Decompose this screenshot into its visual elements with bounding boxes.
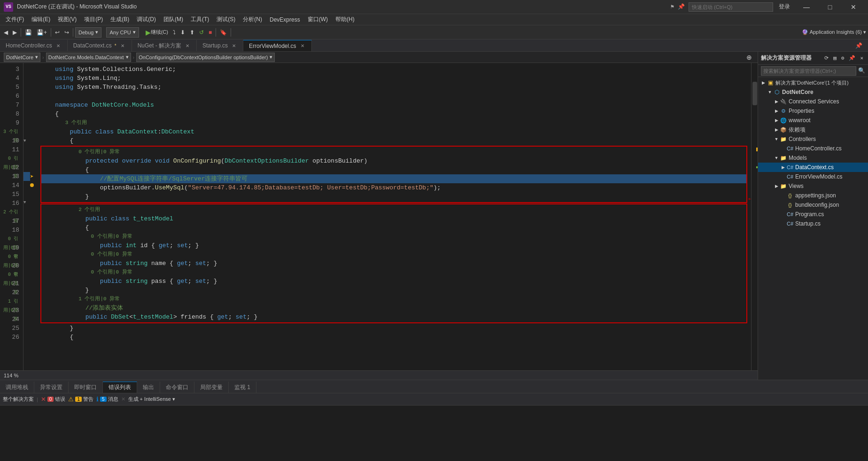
messages-filter[interactable]: ℹ 5 消息: [96, 396, 118, 403]
tab-datacontext[interactable]: DataContext.cs * ✕: [68, 40, 132, 51]
se-wwwroot[interactable]: ▶ 🌐 wwwroot: [758, 116, 868, 125]
vscroll-thumb[interactable]: [752, 82, 757, 105]
toolbar-step-in[interactable]: ⬇: [178, 27, 187, 38]
tab-homecontroller-close[interactable]: ✕: [55, 42, 62, 49]
toolbar-undo[interactable]: ↩: [53, 27, 62, 38]
toolbar-saveall[interactable]: 💾+: [35, 27, 49, 38]
menu-analyze[interactable]: 分析(N): [239, 15, 266, 24]
warnings-filter[interactable]: ⚠ 1 警告: [68, 396, 93, 403]
btab-locals[interactable]: 局部变量: [194, 382, 229, 393]
toolbar-bookmark[interactable]: 🔖: [218, 27, 229, 38]
se-models[interactable]: ▼ 📁 Models: [758, 153, 868, 163]
build-filter[interactable]: 生成 + IntelliSense ▾: [128, 396, 175, 403]
se-models-label: Models: [789, 155, 807, 161]
tab-datacontext-close[interactable]: ✕: [119, 42, 126, 49]
app-insights-btn[interactable]: 🔮 Application Insights (6) ▾: [802, 29, 866, 35]
menu-build[interactable]: 生成(B): [107, 15, 133, 24]
menu-edit[interactable]: 编辑(E): [28, 15, 54, 24]
maximize-button[interactable]: □: [819, 0, 841, 14]
se-deps[interactable]: ▶ 📦 依赖项: [758, 125, 868, 134]
tab-pin[interactable]: 📌: [850, 40, 868, 51]
tab-errorviewmodel-close[interactable]: ✕: [299, 43, 306, 49]
tab-homecontroller[interactable]: HomeController.cs ✕: [0, 40, 68, 51]
menu-window[interactable]: 窗口(W): [304, 15, 332, 24]
toolbar-redo[interactable]: ↪: [62, 27, 71, 38]
menu-debug[interactable]: 调试(D): [133, 15, 160, 24]
close-button[interactable]: ✕: [843, 0, 864, 14]
btab-immediate[interactable]: 即时窗口: [69, 382, 103, 393]
editor-content[interactable]: 3 4 5 6 7 8 9 3 个引用 10 11 0 引用|0异常 12 13…: [0, 63, 758, 370]
toolbar-save[interactable]: 💾: [23, 27, 34, 38]
expand-btn[interactable]: ⊕: [744, 52, 754, 63]
toolbar-back[interactable]: ◀: [2, 27, 10, 38]
toolbar-step-over[interactable]: ⤵: [171, 27, 178, 38]
tab-nuget[interactable]: NuGet - 解决方案 ✕: [132, 40, 197, 51]
editor-vscroll[interactable]: [751, 63, 758, 370]
tab-startup-close[interactable]: ✕: [231, 42, 237, 49]
se-startup[interactable]: C# Startup.cs: [758, 219, 868, 228]
gm-hint11: [30, 154, 37, 163]
se-properties[interactable]: ▶ ⚙ Properties: [758, 106, 868, 116]
platform-dropdown[interactable]: Any CPU ▾: [106, 27, 139, 38]
continue-button[interactable]: ▶ 继续(C): [144, 27, 170, 38]
se-controllers[interactable]: ▼ 📁 Controllers: [758, 134, 868, 144]
btab-output[interactable]: 输出: [137, 382, 160, 393]
btab-callstack[interactable]: 调用堆栈: [0, 382, 34, 393]
breadcrumb-project[interactable]: DotNetCore ▾: [4, 53, 40, 62]
code-area[interactable]: using System.Collections.Generic; using …: [37, 63, 751, 370]
signin-btn[interactable]: 登录: [779, 3, 790, 11]
se-views[interactable]: ▶ 📁 Views: [758, 181, 868, 191]
se-properties-expand[interactable]: ▶: [773, 109, 780, 113]
tab-startup[interactable]: Startup.cs ✕: [197, 40, 243, 51]
se-views-expand[interactable]: ▶: [773, 184, 780, 188]
se-solution[interactable]: ▶ ▣ 解决方案'DotNetCore'(1 个项目): [758, 78, 868, 87]
toolbar-step-out[interactable]: ⬆: [188, 27, 196, 38]
menu-tools[interactable]: 工具(T): [187, 15, 213, 24]
toolbar-fwd[interactable]: ▶: [11, 27, 19, 38]
se-bundleconfig[interactable]: {} bundleconfig.json: [758, 200, 868, 210]
se-project-expand[interactable]: ▼: [767, 90, 773, 94]
se-appsettings[interactable]: {} appsettings.json: [758, 191, 868, 200]
se-controllers-expand[interactable]: ▼: [773, 137, 780, 141]
menu-help[interactable]: 帮助(H): [332, 15, 358, 24]
debug-mode-dropdown[interactable]: Debug ▾: [75, 27, 101, 38]
btab-exceptions[interactable]: 异常设置: [34, 382, 69, 393]
se-program[interactable]: C# Program.cs: [758, 210, 868, 219]
menu-test[interactable]: 测试(S): [213, 15, 239, 24]
toolbar-restart[interactable]: ↺: [197, 27, 206, 38]
menu-project[interactable]: 项目(P): [80, 15, 107, 24]
btab-commandwindow[interactable]: 命令窗口: [160, 382, 194, 393]
btab-errorlist[interactable]: 错误列表: [103, 382, 137, 393]
se-homecontroller[interactable]: C# HomeController.cs: [758, 144, 868, 153]
se-sync-btn[interactable]: ⟳: [822, 53, 830, 63]
tab-nuget-close[interactable]: ✕: [184, 42, 191, 49]
menu-view[interactable]: 视图(V): [54, 15, 80, 24]
se-solution-expand[interactable]: ▶: [760, 80, 767, 85]
se-settings-btn[interactable]: ⚙: [839, 53, 846, 63]
toolbar-sep5: [231, 28, 231, 37]
se-pin-btn[interactable]: 📌: [847, 53, 857, 63]
se-connected-expand[interactable]: ▶: [773, 99, 780, 104]
tab-errorviewmodel[interactable]: ErrorViewModel.cs ✕: [243, 40, 311, 51]
errors-filter[interactable]: ✕ 0 错误: [41, 396, 66, 403]
menu-team[interactable]: 团队(M): [160, 15, 187, 24]
se-close-btn[interactable]: ✕: [858, 53, 865, 63]
se-datacontext[interactable]: ▶ C# DataContext.cs: [758, 163, 868, 172]
breadcrumb-method[interactable]: OnConfiguring(DbContextOptionsBuilder op…: [136, 53, 275, 62]
se-search-input[interactable]: [761, 66, 856, 76]
breadcrumb-class[interactable]: DotNetCore.Models.DataContext ▾: [46, 53, 131, 62]
se-collapse-btn[interactable]: ▤: [831, 53, 838, 63]
menu-file[interactable]: 文件(F): [2, 15, 28, 24]
se-connected-services[interactable]: ▶ 🔌 Connected Services: [758, 97, 868, 106]
se-wwwroot-expand[interactable]: ▶: [773, 118, 780, 123]
se-models-expand[interactable]: ▼: [773, 156, 780, 160]
se-datacontext-expand[interactable]: ▶: [780, 165, 786, 170]
toolbar-stop[interactable]: ■: [207, 27, 214, 38]
minimize-button[interactable]: —: [796, 0, 817, 14]
se-project[interactable]: ▼ ⬡ DotNetCore: [758, 87, 868, 97]
se-errorviewmodel[interactable]: C# ErrorViewModel.cs: [758, 172, 868, 181]
quicklaunch-input[interactable]: [689, 2, 773, 12]
btab-watch1[interactable]: 监视 1: [229, 382, 256, 393]
se-deps-expand[interactable]: ▶: [773, 127, 780, 132]
menu-devexpress[interactable]: DevExpress: [266, 16, 304, 24]
